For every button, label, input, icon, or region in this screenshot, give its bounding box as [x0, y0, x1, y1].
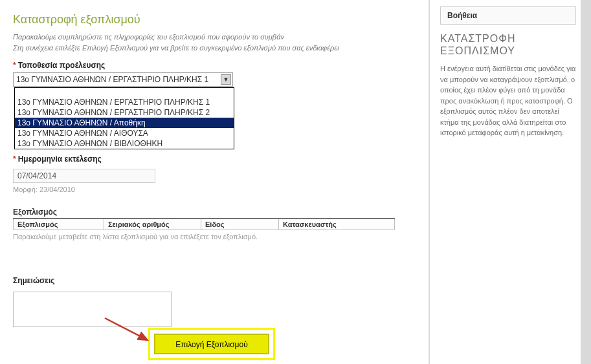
location-option[interactable]: 13ο ΓΥΜΝΑΣΙΟ ΑΘΗΝΩΝ / ΕΡΓΑΣΤΗΡΙΟ ΠΛΗΡ/ΚΗ…	[15, 97, 234, 107]
required-marker: *	[13, 155, 16, 164]
date-label: *Ημερομηνία εκτέλεσης	[13, 155, 414, 164]
chevron-down-icon[interactable]: ▼	[221, 74, 231, 85]
help-box-header: Βοήθεια	[440, 6, 576, 25]
location-option[interactable]: 13ο ΓΥΜΝΑΣΙΟ ΑΘΗΝΩΝ / ΑΙΘΟΥΣΑ	[15, 128, 234, 138]
location-label: *Τοποθεσία προέλευσης	[13, 61, 414, 70]
intro-line-1: Παρακαλούμε συμπληρώστε τις πληροφορίες …	[13, 33, 284, 41]
intro-line-2: Στη συνέχεια επιλέξτε Επιλογή Εξοπλισμού…	[13, 44, 339, 52]
notes-label: Σημειώσεις	[13, 276, 414, 285]
select-equipment-button[interactable]: Επιλογή Εξοπλισμού	[154, 334, 269, 354]
location-field: *Τοποθεσία προέλευσης 13ο ΓΥΜΝΑΣΙΟ ΑΘΗΝΩ…	[13, 61, 414, 87]
col-manufacturer: Κατασκευαστής	[279, 219, 395, 230]
intro-text: Παρακαλούμε συμπληρώστε τις πληροφορίες …	[13, 32, 414, 53]
date-field: *Ημερομηνία εκτέλεσης Μορφή: 23/04/2010	[13, 155, 414, 193]
location-option[interactable]: 13ο ΓΥΜΝΑΣΙΟ ΑΘΗΝΩΝ / ΕΡΓΑΣΤΗΡΙΟ ΠΛΗΡ/ΚΗ…	[15, 107, 234, 118]
equipment-empty-message: Παρακαλούμε μεταβείτε στη λίστα εξοπλισμ…	[13, 233, 414, 241]
location-select[interactable]: 13ο ΓΥΜΝΑΣΙΟ ΑΘΗΝΩΝ / ΕΡΓΑΣΤΗΡΙΟ ΠΛΗΡ/ΚΗ…	[13, 72, 233, 87]
help-title: ΚΑΤΑΣΤΡΟΦΗ ΕΞΟΠΛΙΣΜΟΥ	[440, 32, 576, 57]
equipment-table: Εξοπλισμός Σειριακός αριθμός Είδος Κατασ…	[13, 219, 395, 230]
help-body-text: Η ενέργεια αυτή διατίθεται στις μονάδες …	[440, 63, 576, 138]
equipment-section-title: Εξοπλισμός	[13, 208, 395, 219]
main-form-area: Καταστροφή εξοπλισμού Παρακαλούμε συμπλη…	[0, 0, 427, 346]
help-panel: Βοήθεια ΚΑΤΑΣΤΡΟΦΗ ΕΞΟΠΛΙΣΜΟΥ Η ενέργεια…	[434, 0, 583, 142]
notes-field: Σημειώσεις	[13, 276, 414, 329]
location-option-blank[interactable]	[15, 88, 234, 97]
location-option[interactable]: 13ο ΓΥΜΝΑΣΙΟ ΑΘΗΝΩΝ / ΒΙΒΛΙΟΘΗΚΗ	[15, 138, 234, 149]
notes-textarea[interactable]	[13, 292, 172, 327]
col-kind: Είδος	[201, 219, 279, 230]
required-marker: *	[13, 61, 16, 70]
scrollbar-track[interactable]	[581, 0, 591, 364]
table-header-row: Εξοπλισμός Σειριακός αριθμός Είδος Κατασ…	[14, 219, 395, 230]
col-equipment: Εξοπλισμός	[14, 219, 104, 230]
page-title: Καταστροφή εξοπλισμού	[13, 13, 414, 27]
col-serial: Σειριακός αριθμός	[104, 219, 201, 230]
location-option-highlighted[interactable]: 13ο ΓΥΜΝΑΣΙΟ ΑΘΗΝΩΝ / Αποθήκη	[15, 118, 234, 128]
date-format-hint: Μορφή: 23/04/2010	[13, 186, 414, 193]
vertical-divider	[429, 0, 430, 364]
date-input[interactable]	[13, 169, 155, 183]
location-dropdown-list[interactable]: 13ο ΓΥΜΝΑΣΙΟ ΑΘΗΝΩΝ / ΕΡΓΑΣΤΗΡΙΟ ΠΛΗΡ/ΚΗ…	[14, 87, 234, 149]
location-selected-value: 13ο ΓΥΜΝΑΣΙΟ ΑΘΗΝΩΝ / ΕΡΓΑΣΤΗΡΙΟ ΠΛΗΡ/ΚΗ…	[16, 75, 208, 84]
